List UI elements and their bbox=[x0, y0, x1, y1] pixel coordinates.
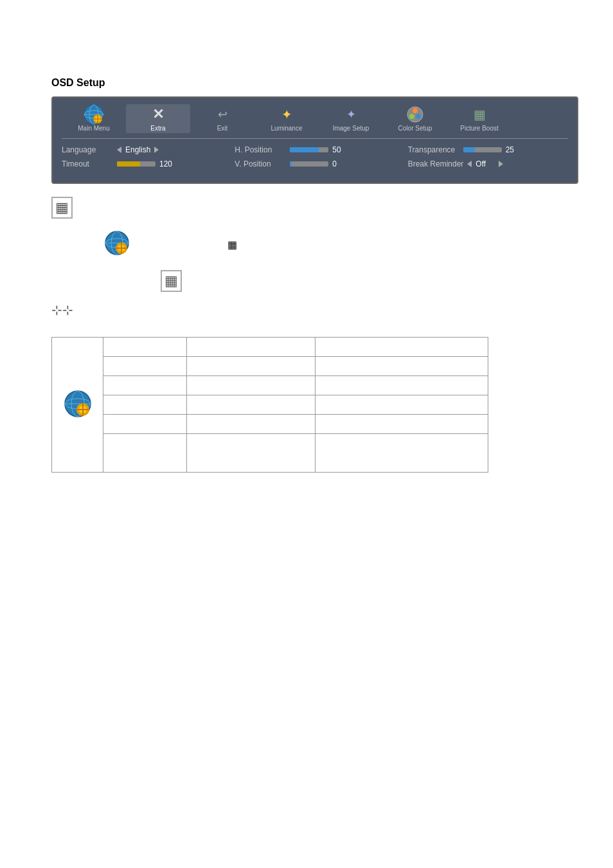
nav-image-setup-label: Image Setup bbox=[333, 125, 369, 132]
bars-icon-medium: ▦ bbox=[227, 239, 237, 251]
table-cell-r5c3 bbox=[315, 415, 488, 434]
image-nav-icon: ✦ bbox=[339, 105, 362, 123]
table-cell-r1c3 bbox=[315, 338, 488, 357]
nav-exit-label: Exit bbox=[217, 125, 228, 132]
nav-extra-label: Extra bbox=[150, 125, 165, 132]
exit-nav-icon: ↩ bbox=[211, 105, 234, 123]
osd-language-row: Language English bbox=[62, 145, 222, 154]
table-cell-r6c3 bbox=[315, 434, 488, 473]
transparence-slider[interactable] bbox=[463, 147, 502, 152]
svg-point-11 bbox=[416, 114, 421, 119]
timeout-label: Timeout bbox=[62, 159, 113, 168]
break-reminder-value: Off bbox=[475, 159, 495, 168]
nav-color-setup[interactable]: Color Setup bbox=[383, 104, 447, 133]
nav-picture-boost[interactable]: ▦ Picture Boost bbox=[447, 104, 511, 133]
icon-row-3: ▦ bbox=[51, 270, 600, 292]
table-cell-r1c2 bbox=[186, 338, 315, 357]
osd-content: Language English Timeout 120 H. Position bbox=[62, 145, 568, 174]
table-cell-r5c1 bbox=[103, 415, 187, 434]
table-row bbox=[52, 357, 488, 376]
table-row bbox=[52, 376, 488, 395]
osd-panel: Main Menu ✕ Extra ↩ Exit ✦ Luminance bbox=[51, 96, 578, 184]
transparence-label: Transparence bbox=[408, 145, 459, 154]
table-section bbox=[51, 337, 600, 473]
table-row bbox=[52, 395, 488, 415]
vposition-label: V. Position bbox=[235, 159, 286, 168]
table-cell-r4c2 bbox=[186, 395, 315, 415]
table-cell-r2c2 bbox=[186, 357, 315, 376]
table-cell-r3c1 bbox=[103, 376, 187, 395]
nav-extra[interactable]: ✕ Extra bbox=[126, 104, 190, 133]
sun-nav-icon: ✦ bbox=[275, 105, 298, 123]
table-cell-r6c1 bbox=[103, 434, 187, 473]
table-cell-r4c1 bbox=[103, 395, 187, 415]
osd-vposition-row: V. Position 0 bbox=[235, 159, 395, 168]
x-nav-icon: ✕ bbox=[147, 105, 170, 123]
table-row bbox=[52, 415, 488, 434]
page-title: OSD Setup bbox=[51, 77, 600, 89]
transparence-slider-fill bbox=[463, 147, 475, 152]
language-next-btn[interactable] bbox=[154, 147, 159, 153]
table-cell-r3c3 bbox=[315, 376, 488, 395]
timeout-slider-fill bbox=[117, 161, 140, 167]
table-cell-r4c3 bbox=[315, 395, 488, 415]
table-row bbox=[52, 434, 488, 473]
osd-hposition-row: H. Position 50 bbox=[235, 145, 395, 154]
icon-row-4: ⊹⊹ bbox=[51, 302, 600, 318]
break-reminder-next-btn[interactable] bbox=[499, 161, 503, 167]
osd-break-reminder-row: Break Reminder Off bbox=[408, 159, 568, 168]
hposition-slider-fill bbox=[290, 147, 319, 152]
vposition-value: 0 bbox=[332, 159, 351, 168]
bars-icon-large: ▦ bbox=[161, 270, 182, 292]
hposition-slider[interactable] bbox=[290, 147, 328, 152]
osd-left-col: Language English Timeout 120 bbox=[62, 145, 222, 174]
vposition-slider-fill bbox=[290, 161, 292, 167]
globe-nav-icon bbox=[82, 105, 105, 123]
table-cell-r6c2 bbox=[186, 434, 315, 473]
nav-luminance[interactable]: ✦ Luminance bbox=[254, 104, 319, 133]
picture-nav-icon: ▦ bbox=[468, 105, 491, 123]
icon-row-2: ▦ bbox=[51, 229, 600, 260]
language-label: Language bbox=[62, 145, 113, 154]
osd-transparence-row: Transparence 25 bbox=[408, 145, 568, 154]
table-cell-r5c2 bbox=[186, 415, 315, 434]
nav-image-setup[interactable]: ✦ Image Setup bbox=[319, 104, 383, 133]
timeout-slider[interactable] bbox=[117, 161, 155, 167]
hposition-label: H. Position bbox=[235, 145, 286, 154]
break-reminder-label: Break Reminder bbox=[408, 159, 464, 168]
nav-color-setup-label: Color Setup bbox=[398, 125, 432, 132]
language-prev-btn[interactable] bbox=[117, 147, 121, 153]
table-cell-r3c2 bbox=[186, 376, 315, 395]
nav-main-menu-label: Main Menu bbox=[78, 125, 109, 132]
icon-row-1: ▦ bbox=[51, 197, 600, 219]
table-cell-r1c1 bbox=[103, 338, 187, 357]
hposition-value: 50 bbox=[332, 145, 351, 154]
svg-point-9 bbox=[413, 108, 418, 113]
nav-picture-boost-label: Picture Boost bbox=[460, 125, 498, 132]
globe-icon-medium bbox=[103, 229, 131, 260]
transparence-value: 25 bbox=[506, 145, 525, 154]
break-reminder-prev-btn[interactable] bbox=[467, 161, 472, 167]
nav-main-menu[interactable]: Main Menu bbox=[62, 104, 126, 133]
table-cell-r2c3 bbox=[315, 357, 488, 376]
nav-luminance-label: Luminance bbox=[271, 125, 303, 132]
info-table bbox=[51, 337, 488, 473]
timeout-value: 120 bbox=[159, 159, 179, 168]
four-arrows-icon: ⊹⊹ bbox=[51, 302, 73, 318]
bars-icon-small: ▦ bbox=[51, 197, 73, 219]
table-row bbox=[52, 338, 488, 357]
color-nav-icon bbox=[404, 105, 427, 123]
osd-right-col: Transparence 25 Break Reminder Off bbox=[408, 145, 568, 174]
vposition-slider[interactable] bbox=[290, 161, 328, 167]
nav-exit[interactable]: ↩ Exit bbox=[190, 104, 254, 133]
table-cell-r2c1 bbox=[103, 357, 187, 376]
osd-timeout-row: Timeout 120 bbox=[62, 159, 222, 168]
icons-section: ▦ ▦ ▦ ⊹⊹ bbox=[51, 197, 600, 318]
svg-point-10 bbox=[409, 114, 414, 119]
osd-mid-col: H. Position 50 V. Position 0 bbox=[235, 145, 395, 174]
language-value: English bbox=[125, 145, 150, 154]
table-icon-cell bbox=[52, 338, 103, 473]
osd-nav: Main Menu ✕ Extra ↩ Exit ✦ Luminance bbox=[62, 104, 568, 139]
